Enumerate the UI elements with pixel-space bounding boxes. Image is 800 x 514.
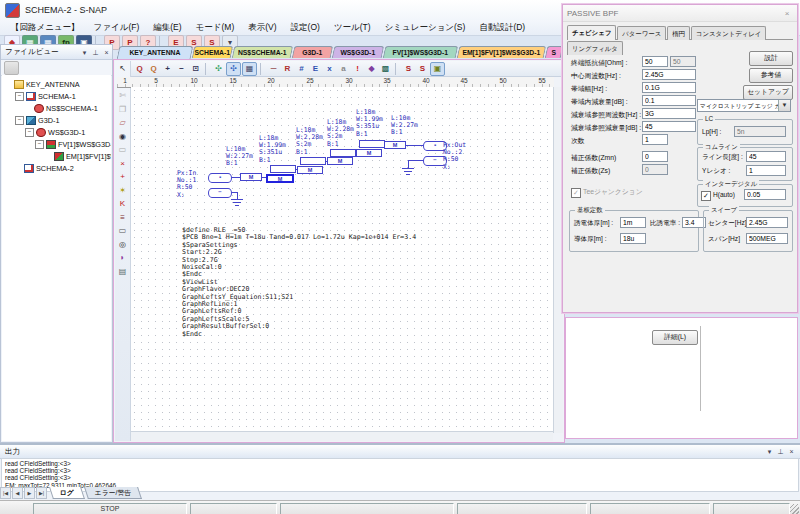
output-menu-icon[interactable]: ▾ — [764, 446, 775, 457]
delete-node-icon[interactable]: × — [116, 158, 129, 170]
grid-toggle-icon[interactable]: ▦ — [242, 62, 257, 76]
tree-item-2[interactable]: NS$SCHEMA-1 — [2, 102, 111, 114]
print-icon[interactable]: ▤ — [116, 266, 129, 278]
log-nav-icon-1[interactable]: ◀ — [12, 487, 23, 499]
file-view-tool-icon[interactable] — [4, 61, 19, 75]
goto-icon[interactable]: # — [295, 63, 308, 75]
doc-tab-7[interactable]: S — [545, 46, 564, 58]
tree-item-0[interactable]: KEY_ANTENNA — [2, 78, 111, 90]
add-node-icon[interactable]: + — [116, 171, 129, 183]
zoom-prev-icon[interactable]: Q — [147, 63, 160, 75]
sbl2-icon[interactable]: S — [416, 63, 429, 75]
dialog-field-input[interactable] — [642, 134, 668, 145]
dialog-tab-3[interactable]: コンスタントディレイ — [691, 26, 766, 40]
expander-icon[interactable]: − — [35, 140, 44, 149]
doc-tab-3[interactable]: G3D-1 — [292, 46, 334, 58]
log-nav-icon-3[interactable]: ▶| — [36, 487, 47, 499]
zoom-fit-icon[interactable]: ⊡ — [189, 63, 202, 75]
dialog-field-input[interactable] — [642, 108, 696, 119]
sweep-center-input[interactable] — [746, 217, 788, 228]
menu-item-6[interactable]: ツール(T) — [327, 20, 378, 36]
text-icon[interactable]: a — [337, 63, 350, 75]
palette-icon[interactable]: ◆ — [365, 63, 378, 75]
stop-button[interactable]: STOP — [33, 503, 187, 514]
zoom-in-icon[interactable]: + — [161, 63, 174, 75]
layer-grid-icon[interactable]: ▣ — [430, 62, 445, 76]
eraser-icon[interactable]: ▱ — [116, 117, 129, 129]
sweep-span-input[interactable] — [746, 233, 788, 244]
zoom-area-icon[interactable]: Q — [133, 63, 146, 75]
value-icon[interactable]: x — [323, 63, 336, 75]
dialog-field-input[interactable] — [642, 69, 696, 80]
menu-item-5[interactable]: 設定(O) — [284, 20, 327, 36]
route-icon[interactable]: K — [116, 198, 129, 210]
log-tab-0[interactable]: ログ — [49, 487, 85, 499]
schematic-sheet[interactable] — [131, 87, 553, 433]
rect-select-icon[interactable]: ▭ — [116, 225, 129, 237]
line-length-input[interactable] — [746, 151, 786, 162]
h-auto-input[interactable] — [744, 189, 786, 200]
equation-icon[interactable]: E — [309, 63, 322, 75]
dialog-field-input[interactable] — [642, 121, 696, 132]
dropdown-arrow-icon[interactable]: ▼ — [778, 100, 790, 111]
menu-item-2[interactable]: 編集(E) — [146, 20, 188, 36]
doc-tab-0[interactable]: KEY_ANTENNA — [117, 46, 194, 59]
ref-label-icon[interactable]: R — [281, 63, 294, 75]
tee-junction-checkbox[interactable]: ✓Teeジャンクション — [571, 187, 643, 198]
copy-icon[interactable]: ❐ — [116, 104, 129, 116]
pin-list-icon[interactable]: ≡ — [116, 212, 129, 224]
doc-tab-1[interactable]: SCHEMA-1 — [192, 46, 234, 58]
conductor-thickness-input[interactable] — [620, 233, 646, 244]
tree-item-6[interactable]: EM[1]$FV[1]$WS$ — [2, 150, 111, 162]
dialog-field-input[interactable] — [642, 56, 668, 67]
menu-item-3[interactable]: モード(M) — [189, 20, 242, 36]
tree-item-4[interactable]: −WS$G3D-1 — [2, 126, 111, 138]
expander-icon[interactable]: − — [25, 128, 34, 137]
dialog-field-input[interactable] — [642, 95, 696, 106]
cut-icon[interactable]: ✄ — [116, 90, 129, 102]
check-icon[interactable]: ! — [351, 63, 364, 75]
panel-menu-icon[interactable]: ▾ — [79, 47, 90, 58]
y-ratio-input[interactable] — [746, 165, 786, 176]
dialog-field-input[interactable] — [642, 82, 696, 93]
horizontal-scrollbar[interactable] — [131, 431, 553, 441]
tree-item-7[interactable]: SCHEMA-2 — [2, 162, 111, 174]
dialog-tab-0[interactable]: チェビシェフ — [567, 25, 616, 40]
tree-item-1[interactable]: −SCHEMA-1 — [2, 90, 111, 102]
dialog-field-input[interactable] — [642, 151, 668, 162]
doc-tab-4[interactable]: WS$G3D-1 — [332, 46, 385, 58]
menu-item-8[interactable]: 自動設計(D) — [472, 20, 532, 36]
find-icon[interactable]: ◎ — [116, 239, 129, 251]
tree-item-3[interactable]: −G3D-1 — [2, 114, 111, 126]
detail-button[interactable]: 詳細(L) — [652, 330, 698, 345]
dielectric-thickness-input[interactable] — [620, 217, 646, 228]
log-tab-1[interactable]: エラー/警告 — [84, 487, 142, 499]
lp-input[interactable] — [734, 126, 786, 137]
copy-view-icon[interactable]: ▩ — [379, 63, 392, 75]
doc-tab-2[interactable]: NS$SCHEMA-1 — [232, 46, 294, 58]
highlight-icon[interactable]: ✶ — [116, 185, 129, 197]
topology-dropdown[interactable]: マイクロストリップ エッジ カップル ▼ — [697, 99, 791, 112]
close-icon[interactable]: × — [101, 47, 112, 58]
log-nav-icon-0[interactable]: |◀ — [0, 487, 11, 499]
color-icon[interactable]: ◗ — [116, 252, 129, 264]
dialog-tab-4[interactable]: リングフィルタ — [567, 41, 623, 55]
node-edit-icon[interactable]: ✣ — [226, 62, 241, 76]
select-cursor-icon[interactable]: ↖ — [116, 63, 129, 75]
menu-item-4[interactable]: 表示(V) — [241, 20, 283, 36]
node-tool-icon[interactable]: ✣ — [212, 63, 225, 75]
reference-button[interactable]: 参考値 — [749, 68, 793, 83]
frame-icon[interactable]: ▭ — [116, 144, 129, 156]
dialog-close-icon[interactable]: × — [781, 8, 793, 19]
dialog-field-input-secondary[interactable] — [670, 56, 696, 67]
wire-icon[interactable]: ─ — [267, 63, 280, 75]
setup-button[interactable]: セットアップ — [743, 85, 793, 100]
menu-item-1[interactable]: ファイル(F) — [87, 20, 147, 36]
camera-icon[interactable]: ◉ — [116, 131, 129, 143]
menu-item-7[interactable]: シミュレーション(S) — [378, 20, 473, 36]
expander-icon[interactable]: − — [15, 92, 24, 101]
menu-item-0[interactable]: 【回路メニュー】 — [4, 20, 87, 36]
zoom-out-icon[interactable]: − — [175, 63, 188, 75]
log-nav-icon-2[interactable]: ▶ — [24, 487, 35, 499]
pin-icon[interactable]: ⊥ — [90, 47, 101, 58]
